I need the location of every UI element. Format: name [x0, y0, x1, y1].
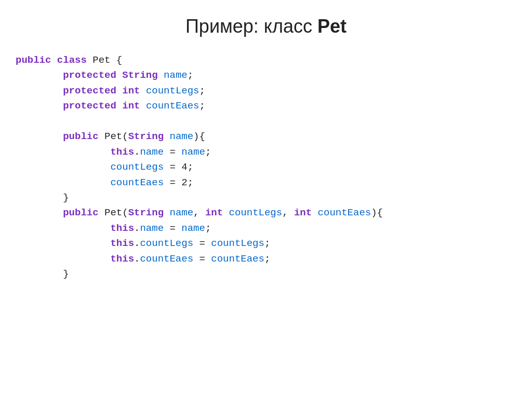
code-line-15: } — [16, 267, 511, 282]
keyword-this-2: this — [110, 223, 134, 234]
code-line-4: protected int countEaes; — [16, 99, 511, 114]
this-counteaes: countEaes — [140, 253, 193, 265]
code-line-9: countEaes = 2; — [16, 175, 511, 190]
param-name-2: name — [169, 207, 193, 218]
keyword-this-1: this — [110, 146, 134, 158]
code-line-7: this.name = name; — [16, 145, 511, 160]
var-countlegs-2: countLegs — [110, 161, 164, 173]
keyword-int-4: int — [294, 207, 312, 218]
keyword-int-3: int — [205, 207, 223, 218]
param-name-val-2: name — [181, 223, 205, 234]
var-name-1: name — [164, 70, 188, 81]
keyword-protected-2: protected — [63, 85, 116, 97]
code-line-1: public class Pet { — [16, 53, 511, 68]
keyword-int-2: int — [122, 100, 140, 112]
code-line-10: } — [16, 190, 511, 205]
type-string-2: String — [128, 131, 164, 142]
code-line-13: this.countLegs = countLegs; — [16, 236, 511, 251]
code-line-8: countLegs = 4; — [16, 160, 511, 175]
var-countlegs-1: countLegs — [146, 85, 200, 97]
code-block: public class Pet { protected String name… — [0, 48, 532, 287]
slide-title: Пример: класс Pet — [0, 0, 532, 48]
code-line-2: protected String name; — [16, 68, 511, 83]
keyword-protected-3: protected — [63, 100, 116, 112]
type-string-3: String — [128, 207, 164, 218]
keyword-public-3: public — [63, 207, 98, 218]
var-counteaes-1: countEaes — [146, 100, 200, 112]
code-line-12: this.name = name; — [16, 221, 511, 236]
type-string-1: String — [122, 70, 157, 81]
var-counteaes-2: countEaes — [110, 177, 164, 188]
code-line-14: this.countEaes = countEaes; — [16, 252, 511, 267]
param-counteaes: countEaes — [318, 207, 371, 218]
keyword-this-3: this — [110, 238, 134, 249]
title-bold: Pet — [317, 16, 347, 37]
this-countlegs: countLegs — [140, 238, 193, 249]
keyword-protected-1: protected — [63, 70, 116, 81]
param-countlegs-val: countLegs — [211, 238, 264, 249]
param-countlegs: countLegs — [229, 207, 283, 218]
code-line-5 — [16, 114, 511, 129]
keyword-int-1: int — [122, 85, 140, 97]
keyword-class: class — [57, 54, 87, 66]
keyword-public-2: public — [63, 131, 98, 142]
code-line-6: public Pet(String name){ — [16, 129, 511, 144]
title-prefix: Пример: класс — [185, 16, 317, 37]
keyword-public-1: public — [16, 54, 51, 66]
param-name-1: name — [169, 131, 193, 142]
keyword-this-4: this — [110, 253, 134, 265]
this-name-2: name — [140, 223, 164, 234]
this-name-1: name — [140, 146, 164, 158]
param-counteaes-val: countEaes — [211, 253, 264, 265]
code-line-3: protected int countLegs; — [16, 84, 511, 99]
code-line-11: public Pet(String name, int countLegs, i… — [16, 205, 511, 221]
title-text: Пример: класс Pet — [185, 16, 347, 37]
param-name-val-1: name — [181, 146, 205, 158]
